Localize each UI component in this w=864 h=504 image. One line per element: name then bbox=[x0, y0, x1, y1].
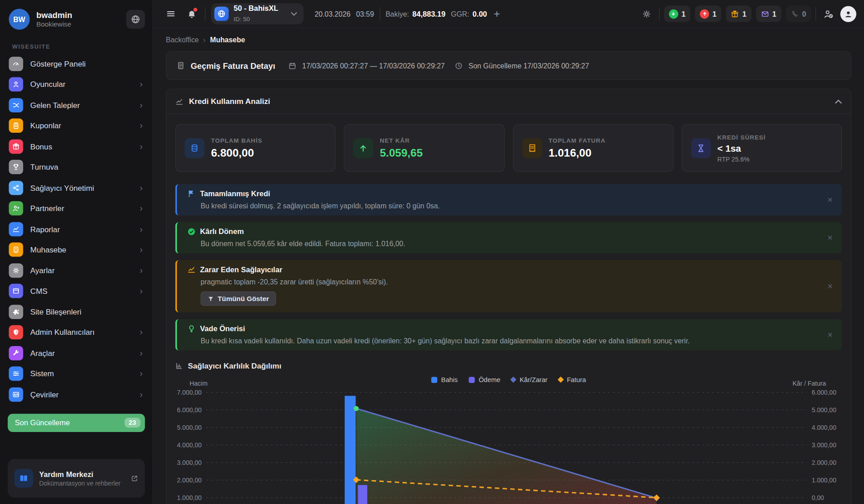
cms-window-icon bbox=[9, 284, 23, 298]
alerts-list: Tamamlanmış Kredi Bu kredi süresi dolmuş… bbox=[166, 172, 851, 351]
add-button[interactable]: + bbox=[494, 8, 500, 20]
notifications-bell-button[interactable] bbox=[184, 6, 199, 21]
user-activity-button[interactable] bbox=[820, 6, 836, 21]
sidebar-item-cms[interactable]: CMS› bbox=[5, 283, 148, 300]
close-icon[interactable]: ✕ bbox=[827, 331, 833, 339]
sidebar-item-ceviriler[interactable]: Çeviriler› bbox=[5, 386, 148, 403]
messages-badge[interactable]: 1 bbox=[756, 5, 781, 22]
sidebar-item-turnuva[interactable]: Turnuva bbox=[5, 158, 148, 176]
panel-header[interactable]: Kredi Kullanım Analizi bbox=[166, 89, 851, 114]
accounting-calculator-icon bbox=[9, 243, 23, 257]
bonus-requests-badge[interactable]: 1 bbox=[726, 5, 752, 22]
legend-odeme[interactable]: Ödeme bbox=[469, 376, 500, 383]
site-selector[interactable]: 50 - BahisXL ID: 50 bbox=[211, 3, 304, 24]
notification-dot bbox=[194, 8, 198, 12]
svg-text:4.000,00: 4.000,00 bbox=[177, 441, 202, 449]
svg-text:1.000,00: 1.000,00 bbox=[812, 477, 837, 484]
trend-chart-icon bbox=[187, 266, 195, 274]
ggr-label: GGR: bbox=[451, 9, 469, 18]
divider bbox=[205, 7, 206, 20]
coins-icon bbox=[184, 138, 204, 158]
tools-wrench-icon bbox=[9, 346, 23, 360]
invoice-icon bbox=[522, 138, 542, 158]
user-avatar[interactable]: BW bbox=[9, 9, 30, 30]
provider-share-icon bbox=[9, 180, 23, 195]
app-window: BW bwadmin Bookiewise WISESUITE Gösterge… bbox=[0, 0, 864, 504]
close-icon[interactable]: ✕ bbox=[827, 282, 833, 290]
legend-kar-zarar[interactable]: Kâr/Zarar bbox=[511, 376, 547, 383]
main-content: Backoffice › Muhasebe Geçmiş Fatura Deta… bbox=[153, 28, 864, 504]
check-circle-icon bbox=[187, 228, 195, 236]
chevron-right-icon: › bbox=[140, 183, 143, 192]
bonus-gift-icon bbox=[9, 139, 23, 153]
svg-text:5.000,00: 5.000,00 bbox=[177, 424, 202, 431]
date-range: 17/03/2026 00:27:27 — 17/03/2026 00:29:2… bbox=[302, 62, 445, 70]
arrow-up-circle-icon bbox=[700, 9, 709, 18]
language-button[interactable] bbox=[126, 10, 145, 29]
alert-profitable-period: Kârlı Dönem Bu dönem net 5.059,65 kâr el… bbox=[175, 222, 842, 253]
svg-text:4.000,00: 4.000,00 bbox=[812, 424, 837, 431]
sidebar-item-muhasebe[interactable]: Muhasebe› bbox=[5, 241, 148, 258]
sidebar-item-partnerler[interactable]: Partnerler› bbox=[5, 200, 148, 217]
sidebar-menu: Gösterge Paneli Oyuncular› Gelen Taleple… bbox=[0, 55, 153, 406]
system-sliders-icon bbox=[9, 366, 23, 381]
sidebar-item-sistem[interactable]: Sistem› bbox=[5, 365, 148, 382]
chart-area: Bahis Ödeme Kâr/Zarar Fatura Hacim Kâr /… bbox=[166, 373, 851, 504]
sidebar-item-gosterge-paneli[interactable]: Gösterge Paneli bbox=[5, 55, 148, 72]
sidebar-item-saglayici-yonetimi[interactable]: Sağlayıcı Yönetimi› bbox=[5, 179, 148, 196]
close-icon[interactable]: ✕ bbox=[827, 234, 833, 242]
ggr-value: 0.00 bbox=[472, 9, 487, 18]
sidebar-item-kuponlar[interactable]: Kuponlar› bbox=[5, 117, 148, 134]
funnel-icon bbox=[208, 296, 214, 302]
balance-label: Bakiye: bbox=[386, 9, 409, 18]
bar-chart-icon bbox=[175, 362, 183, 369]
topbar-right: 1 1 1 1 0 bbox=[639, 5, 856, 22]
calls-badge[interactable]: 0 bbox=[786, 5, 811, 22]
last-update-button[interactable]: Son Güncelleme 23 bbox=[8, 414, 145, 432]
lightbulb-icon bbox=[187, 324, 195, 333]
show-all-button[interactable]: Tümünü Göster bbox=[201, 292, 276, 306]
legend-swatch bbox=[510, 377, 517, 383]
legend-swatch bbox=[558, 377, 564, 383]
alert-term-suggestion: Vade Önerisi Bu kredi kısa vadeli kullan… bbox=[175, 319, 842, 351]
close-icon[interactable]: ✕ bbox=[827, 196, 833, 204]
chevron-right-icon: › bbox=[140, 225, 143, 234]
sidebar-item-site-bilesenleri[interactable]: Site Bileşenleri bbox=[5, 303, 148, 320]
chevron-right-icon: › bbox=[140, 328, 143, 337]
provider-profitability-chart[interactable]: 7.000,006.000,006.000,005.000,005.000,00… bbox=[175, 385, 845, 504]
breadcrumb-root[interactable]: Backoffice bbox=[166, 36, 199, 44]
sidebar-item-gelen-talepler[interactable]: Gelen Talepler› bbox=[5, 96, 148, 113]
alert-losing-providers: Zarar Eden Sağlayıcılar pragmatic toplam… bbox=[175, 260, 842, 312]
site-globe-icon bbox=[214, 7, 229, 21]
sidebar-item-bonus[interactable]: Bonus› bbox=[5, 138, 148, 155]
stat-net-profit: NET KÂR 5.059,65 bbox=[344, 124, 504, 172]
sidebar-item-araclar[interactable]: Araçlar› bbox=[5, 344, 148, 361]
settings-gear-button[interactable] bbox=[639, 6, 654, 21]
balance-value: 84,883.19 bbox=[412, 9, 446, 18]
sidebar-item-oyuncular[interactable]: Oyuncular› bbox=[5, 76, 148, 93]
withdrawals-badge[interactable]: 1 bbox=[695, 5, 721, 22]
site-id: ID: 50 bbox=[234, 15, 250, 22]
sidebar-item-admin-kullanicilari[interactable]: Admin Kullanıcıları› bbox=[5, 324, 148, 341]
hamburger-menu-button[interactable] bbox=[163, 6, 178, 21]
divider bbox=[815, 7, 816, 20]
chevron-right-icon: › bbox=[140, 348, 143, 357]
svg-text:5.000,00: 5.000,00 bbox=[812, 406, 837, 414]
components-puzzle-icon bbox=[9, 305, 23, 319]
user-name: bwadmin bbox=[36, 10, 72, 21]
chevron-right-icon: › bbox=[140, 266, 143, 275]
profile-avatar-button[interactable] bbox=[840, 6, 856, 22]
legend-bahis[interactable]: Bahis bbox=[431, 376, 458, 383]
sidebar-item-ayarlar[interactable]: Ayarlar› bbox=[5, 262, 148, 279]
tournament-trophy-icon bbox=[9, 160, 23, 174]
breadcrumb-separator: › bbox=[203, 36, 206, 44]
sidebar-item-raporlar[interactable]: Raporlar› bbox=[5, 220, 148, 238]
collapse-chevron-icon[interactable] bbox=[835, 99, 842, 104]
settings-gear-icon bbox=[9, 263, 23, 278]
help-center-card[interactable]: Yardım Merkezi Dokümantasyon ve rehberle… bbox=[8, 459, 145, 498]
deposits-badge[interactable]: 1 bbox=[664, 5, 690, 22]
current-date: 20.03.2026 bbox=[315, 9, 351, 18]
alert-completed-credit: Tamamlanmış Kredi Bu kredi süresi dolmuş… bbox=[175, 184, 842, 216]
external-link-icon bbox=[130, 474, 138, 482]
legend-fatura[interactable]: Fatura bbox=[558, 376, 586, 383]
